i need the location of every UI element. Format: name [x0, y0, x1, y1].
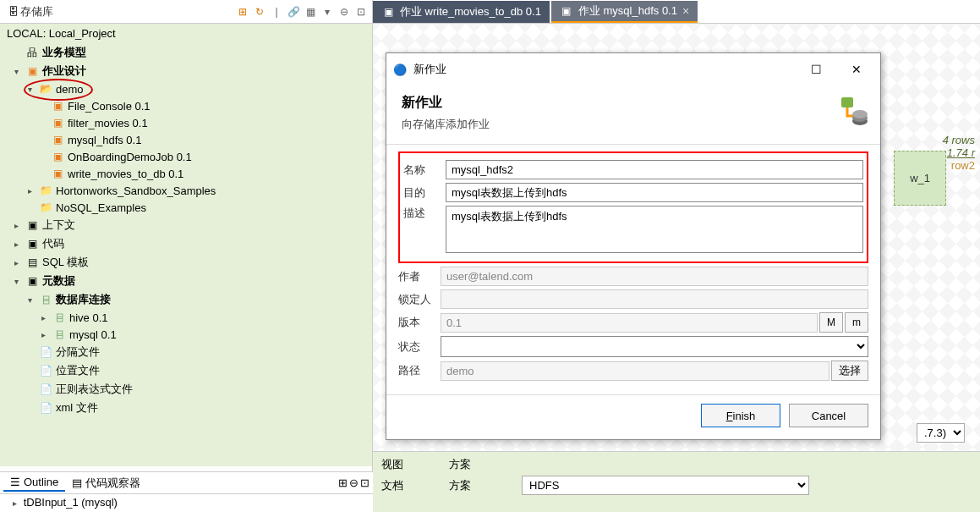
view-icon[interactable]: ▦ [303, 4, 318, 19]
editor-tab-write-movies[interactable]: ▣作业 write_movies_to_db 0.1 [373, 1, 550, 23]
tree-delimited-file[interactable]: 📄分隔文件 [0, 343, 372, 361]
version-minor-button[interactable]: m [845, 312, 868, 333]
job-icon: ▣ [381, 5, 395, 19]
properties-panel: .7.3) 视图方案 文档方案 HDFS [373, 451, 980, 512]
chevron-right-icon[interactable]: ▸ [10, 239, 22, 249]
tree-folder-demo[interactable]: ▾📂demo [0, 80, 372, 97]
minimize-icon[interactable]: ⊖ [337, 4, 352, 19]
refresh-icon[interactable]: ↻ [252, 4, 267, 19]
input-name[interactable] [446, 160, 863, 179]
tree-job-filter-movies[interactable]: ▣filter_movies 0.1 [0, 114, 372, 131]
label-purpose: 目的 [403, 185, 446, 201]
close-icon[interactable]: × [682, 4, 689, 18]
tree-folder-hortonworks[interactable]: ▸📁Hortonworks_Sandbox_Samples [0, 182, 372, 199]
tree-job-write-movies[interactable]: ▣write_movies_to_db 0.1 [0, 165, 372, 182]
chevron-down-icon[interactable]: ▾ [10, 67, 22, 76]
tab-outline[interactable]: ☰Outline [3, 474, 65, 492]
tree-sql-template[interactable]: ▸▤SQL 模板 [0, 253, 372, 272]
tree-metadata[interactable]: ▾▣元数据 [0, 272, 372, 290]
chevron-right-icon[interactable]: ▸ [8, 498, 20, 508]
tree-business-model[interactable]: 品业务模型 [0, 43, 372, 62]
db-icon: ⌸ [52, 328, 66, 341]
link-icon[interactable]: 🔗 [286, 4, 301, 19]
prop-scheme-label: 方案 [449, 457, 471, 472]
file-icon: 📄 [39, 383, 52, 396]
dialog-window-title: 新作业 [413, 62, 792, 77]
dialog-form: 名称 目的 描述mysql表数据上传到hdfs 作者 锁定人 版本Mm 状态 路… [386, 145, 880, 388]
version-major-button[interactable]: M [819, 312, 843, 333]
file-icon: 📄 [39, 364, 52, 377]
canvas-node[interactable]: w_1 [894, 151, 946, 206]
chevron-right-icon[interactable]: ▸ [10, 258, 22, 267]
finish-button[interactable]: Finish [701, 404, 780, 427]
tree-job-file-console[interactable]: ▣File_Console 0.1 [0, 97, 372, 114]
file-icon: 📄 [39, 401, 52, 415]
tree-job-designer[interactable]: ▾▣作业设计 [0, 62, 372, 80]
outline-icon: ☰ [10, 476, 20, 488]
tree-positional-file[interactable]: 📄位置文件 [0, 361, 372, 380]
chevron-down-icon[interactable]: ▾ [10, 277, 22, 286]
input-version [441, 313, 818, 333]
tree-job-mysql-hdfs[interactable]: ▣mysql_hdfs 0.1 [0, 131, 372, 148]
tree-folder-nosql[interactable]: 📁NoSQL_Examples [0, 199, 372, 216]
editor-tab-mysql-hdfs[interactable]: ▣作业 mysql_hdfs 0.1× [551, 1, 698, 23]
job-icon: ▣ [51, 167, 64, 180]
tree-job-onboarding[interactable]: ▣OnBoardingDemoJob 0.1 [0, 148, 372, 165]
tree-regex-file[interactable]: 📄正则表达式文件 [0, 380, 372, 399]
label-desc: 描述 [403, 206, 446, 221]
input-desc[interactable]: mysql表数据上传到hdfs [446, 206, 863, 253]
label-path: 路径 [398, 363, 441, 378]
minimize-icon[interactable]: ⊖ [349, 476, 359, 489]
window-maximize-icon[interactable]: ☐ [799, 58, 833, 80]
row-label: 4 rows 1.74 r row2 [943, 134, 975, 172]
outline-content: ▸ tDBInput_1 (mysql) [0, 494, 373, 510]
maximize-icon[interactable]: ⊡ [353, 4, 369, 19]
repository-toolbar: ⊞ ↻ | 🔗 ▦ ▾ ⊖ ⊡ [235, 4, 369, 19]
window-close-icon[interactable]: ✕ [840, 58, 873, 80]
dialog-buttons: Finish Cancel [386, 394, 880, 439]
svg-rect-0 [841, 97, 853, 107]
chevron-right-icon[interactable]: ▸ [37, 313, 49, 322]
dialog-titlebar[interactable]: 🔵 新作业 ☐ ✕ [386, 53, 880, 85]
prop-doc-label: 文档 [381, 478, 432, 493]
maximize-icon[interactable]: ⊡ [360, 476, 370, 489]
repository-panel: 🗄 存储库 ⊞ ↻ | 🔗 ▦ ▾ ⊖ ⊡ LOCAL: Local_Proje… [0, 0, 373, 512]
tree-xml-file[interactable]: 📄xml 文件 [0, 399, 372, 417]
tree-db-connection[interactable]: ▾⌸数据库连接 [0, 290, 372, 309]
dialog-title: 新作业 [402, 94, 865, 112]
dialog-header: 新作业 向存储库添加作业 [386, 85, 880, 145]
tree-db-hive[interactable]: ▸⌸hive 0.1 [0, 309, 372, 326]
tree-code[interactable]: ▸▣代码 [0, 234, 372, 253]
cancel-button[interactable]: Cancel [789, 404, 868, 427]
chevron-right-icon[interactable]: ▸ [24, 186, 36, 195]
input-purpose[interactable] [446, 183, 863, 202]
label-locker: 锁定人 [398, 292, 441, 307]
tile-icon[interactable]: ⊞ [338, 476, 348, 489]
db-icon: ⌸ [39, 293, 52, 306]
chevron-down-icon[interactable]: ▾ [24, 85, 36, 94]
job-icon: ▣ [51, 133, 64, 146]
chevron-right-icon[interactable]: ▸ [37, 330, 49, 339]
chevron-down-icon[interactable]: ▾ [24, 295, 36, 305]
app-icon: 🔵 [393, 63, 407, 76]
chevron-right-icon[interactable]: ▸ [10, 221, 22, 230]
outline-panel: ☰Outline ▤代码观察器 ⊞ ⊖ ⊡ ▸ tDBInput_1 (mysq… [0, 471, 373, 512]
local-project-label: LOCAL: Local_Project [0, 24, 372, 43]
tree-db-mysql[interactable]: ▸⌸mysql 0.1 [0, 326, 372, 343]
job-icon: ▣ [51, 150, 64, 163]
label-status: 状态 [398, 339, 441, 355]
dialog-subtitle: 向存储库添加作业 [402, 117, 865, 132]
repository-tree[interactable]: 品业务模型 ▾▣作业设计 ▾📂demo ▣File_Console 0.1 ▣f… [0, 43, 372, 466]
folder-icon: 📁 [39, 201, 52, 214]
editor-tabs: ▣作业 write_movies_to_db 0.1 ▣作业 mysql_hdf… [373, 0, 980, 24]
menu-icon[interactable]: ▾ [320, 4, 335, 19]
repository-header: 🗄 存储库 ⊞ ↻ | 🔗 ▦ ▾ ⊖ ⊡ [0, 0, 372, 24]
filter-icon[interactable]: ⊞ [235, 4, 250, 19]
scheme-select[interactable]: HDFS [522, 476, 809, 495]
tree-context[interactable]: ▸▣上下文 [0, 216, 372, 234]
select-path-button[interactable]: 选择 [831, 361, 868, 381]
version-select[interactable]: .7.3) [917, 423, 965, 443]
select-status[interactable] [441, 336, 868, 357]
tab-code-viewer[interactable]: ▤代码观察器 [65, 474, 147, 493]
job-icon: ▣ [560, 4, 573, 18]
